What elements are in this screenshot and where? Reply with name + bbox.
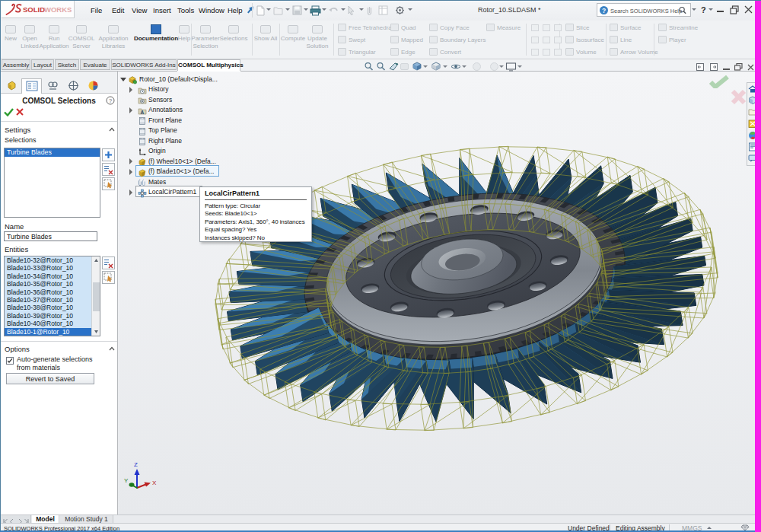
svg-text:Z: Z xyxy=(134,461,138,468)
svg-text:Y: Y xyxy=(124,477,129,484)
svg-text:A: A xyxy=(140,109,144,114)
svg-text:?: ? xyxy=(109,97,112,104)
svg-text:X: X xyxy=(152,479,157,486)
